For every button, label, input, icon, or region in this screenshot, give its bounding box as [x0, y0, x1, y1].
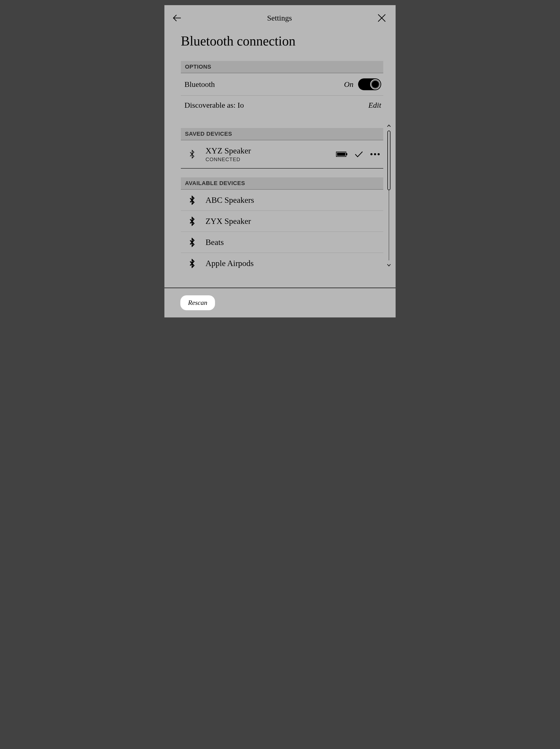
bluetooth-icon — [189, 238, 195, 247]
scroll-down-icon[interactable] — [386, 262, 391, 268]
bluetooth-toggle[interactable] — [358, 79, 381, 90]
svg-point-7 — [374, 153, 376, 155]
scrollbar-thumb[interactable] — [387, 131, 390, 190]
back-button[interactable] — [172, 12, 183, 24]
discoverable-label: Discoverable as: Io — [184, 101, 244, 109]
section-options: OPTIONS — [181, 61, 383, 73]
rescan-button[interactable]: Rescan — [180, 295, 215, 310]
available-device-row[interactable]: Beats — [181, 232, 383, 253]
device-name: XYZ Speaker — [205, 146, 336, 155]
svg-point-8 — [378, 153, 380, 155]
check-icon — [355, 151, 363, 158]
device-name: ABC Speakers — [205, 195, 380, 205]
close-icon — [377, 13, 386, 23]
bluetooth-icon — [189, 150, 195, 159]
svg-rect-5 — [337, 153, 345, 156]
scrollbar[interactable] — [389, 131, 389, 260]
device-name: ZYX Speaker — [205, 216, 380, 226]
bluetooth-state: On — [344, 80, 354, 89]
device-name: Beats — [205, 237, 380, 247]
device-status: CONNECTED — [205, 156, 336, 163]
device-name: Apple Airpods — [205, 259, 380, 268]
section-saved: SAVED DEVICES — [181, 128, 383, 140]
close-button[interactable] — [376, 12, 387, 24]
available-device-row[interactable]: ABC Speakers — [181, 190, 383, 211]
svg-point-6 — [371, 153, 373, 155]
available-device-row[interactable]: Apple Airpods — [181, 253, 383, 274]
section-available: AVAILABLE DEVICES — [181, 177, 383, 190]
saved-device-row[interactable]: XYZ Speaker CONNECTED — [181, 140, 383, 168]
bluetooth-label: Bluetooth — [184, 80, 215, 89]
more-icon[interactable] — [370, 153, 380, 156]
bluetooth-icon — [189, 259, 195, 268]
bluetooth-icon — [189, 196, 195, 205]
discoverable-row: Discoverable as: Io Edit — [181, 95, 383, 115]
scroll-up-icon[interactable] — [386, 123, 391, 129]
bluetooth-icon — [189, 217, 195, 226]
arrow-left-icon — [172, 13, 182, 23]
svg-rect-4 — [346, 153, 347, 155]
page-title: Bluetooth connection — [181, 34, 383, 48]
bluetooth-toggle-row[interactable]: Bluetooth On — [181, 73, 383, 95]
edit-button[interactable]: Edit — [368, 101, 381, 109]
available-device-row[interactable]: ZYX Speaker — [181, 211, 383, 232]
battery-icon — [336, 151, 348, 157]
header-title: Settings — [183, 14, 376, 22]
